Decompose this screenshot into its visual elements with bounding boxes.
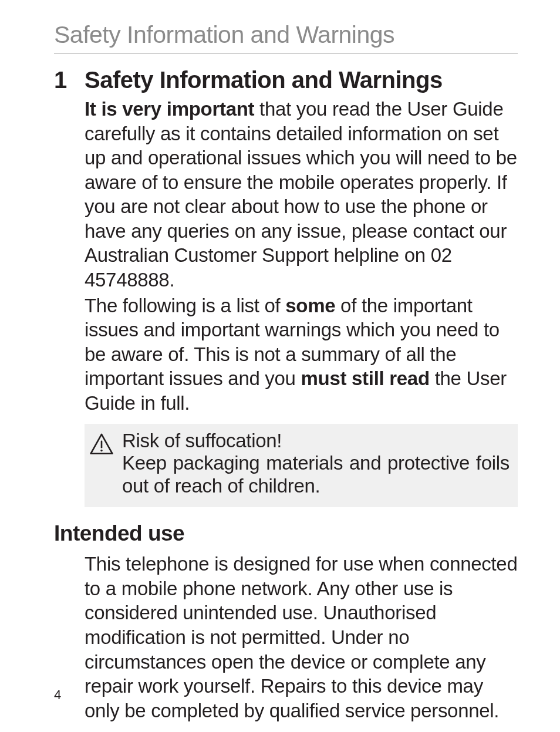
paragraph-2: The following is a list of some of the i…: [85, 294, 518, 416]
subheading-intended-use: Intended use: [54, 521, 518, 546]
svg-point-1: [100, 449, 102, 451]
intended-use-paragraph: This telephone is designed for use when …: [85, 552, 518, 723]
warning-line-1: Risk of suffocation!: [122, 430, 510, 453]
section-title: Safety Information and Warnings: [85, 67, 443, 93]
section-heading-row: 1 Safety Information and Warnings: [54, 67, 518, 93]
warning-triangle-icon: [89, 432, 114, 457]
running-header: Safety Information and Warnings: [54, 21, 518, 54]
section-number: 1: [54, 67, 85, 93]
text-run: that you read the User Guide carefully a…: [85, 98, 517, 291]
document-page: Safety Information and Warnings 1 Safety…: [0, 0, 560, 732]
emphasis-important: It is very important: [85, 98, 254, 120]
text-run: The following is a list of: [85, 295, 285, 316]
warning-text: Risk of suffocation! Keep packaging mate…: [122, 430, 510, 498]
page-number: 4: [54, 687, 61, 703]
paragraph-intended-use: This telephone is designed for use when …: [85, 552, 518, 723]
warning-callout: Risk of suffocation! Keep packaging mate…: [85, 424, 518, 508]
emphasis-some: some: [285, 295, 335, 316]
emphasis-must-read: must still read: [301, 367, 430, 389]
paragraph-1: It is very important that you read the U…: [85, 97, 518, 292]
intro-paragraphs: It is very important that you read the U…: [85, 97, 518, 507]
warning-line-2: Keep packaging materials and protective …: [122, 452, 510, 498]
